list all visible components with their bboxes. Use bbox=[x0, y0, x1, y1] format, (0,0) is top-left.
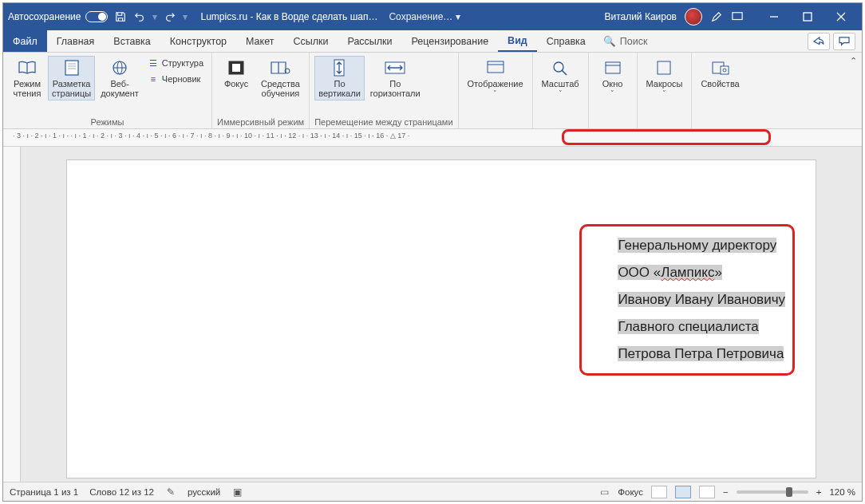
doc-line: Иванову Ивану Ивановичу bbox=[618, 292, 785, 307]
spellcheck-icon[interactable]: ✎ bbox=[165, 486, 176, 498]
group-macros: Макросы bbox=[638, 53, 693, 128]
group-immersive: Фокус Средства обучения Иммерсивный режи… bbox=[212, 53, 310, 128]
properties-icon bbox=[709, 58, 732, 77]
svg-rect-19 bbox=[606, 62, 620, 73]
page[interactable]: Генеральному директору ООО «Лампикс» Ива… bbox=[66, 159, 816, 478]
ribbon-tabs: Файл Главная Вставка Конструктор Макет С… bbox=[3, 30, 862, 53]
tab-review[interactable]: Рецензирование bbox=[402, 30, 499, 52]
doc-line: Генеральному директору bbox=[618, 238, 776, 253]
username[interactable]: Виталий Каиров bbox=[604, 11, 677, 22]
group-views: Режим чтения Разметка страницы Веб- доку… bbox=[3, 53, 212, 128]
learning-tools-button[interactable]: Средства обучения bbox=[257, 56, 304, 100]
group-page-movement: По вертикали По горизонтали Перемещение … bbox=[310, 53, 458, 128]
zoom-button[interactable]: Масштаб bbox=[538, 56, 583, 100]
vertical-ruler[interactable] bbox=[3, 147, 21, 482]
focus-mode-icon[interactable]: ▭ bbox=[598, 486, 610, 498]
saving-status: Сохранение… ▾ bbox=[389, 11, 460, 22]
toggle-switch[interactable] bbox=[85, 11, 108, 22]
view-print-icon[interactable] bbox=[675, 486, 691, 498]
redo-icon[interactable] bbox=[164, 10, 176, 23]
view-read-icon[interactable] bbox=[651, 486, 667, 498]
draft-icon: ≡ bbox=[148, 73, 159, 85]
svg-rect-23 bbox=[721, 66, 729, 74]
view-web-icon[interactable] bbox=[699, 486, 715, 498]
horizontal-ruler[interactable]: · 3 · ı · 2 · ı · 1 · ı · · ı · 1 · ı · … bbox=[3, 129, 862, 147]
maximize-button[interactable] bbox=[792, 6, 824, 28]
zoom-out-button[interactable]: − bbox=[723, 487, 729, 497]
window-button[interactable]: Окно bbox=[594, 56, 632, 100]
group-label-views: Режимы bbox=[8, 116, 207, 127]
magnifier-icon bbox=[549, 58, 571, 77]
tab-insert[interactable]: Вставка bbox=[104, 30, 160, 52]
macros-icon bbox=[653, 58, 675, 77]
autosave-toggle[interactable]: Автосохранение bbox=[8, 11, 108, 22]
close-button[interactable] bbox=[825, 6, 857, 28]
macros-button[interactable]: Макросы bbox=[642, 56, 687, 100]
print-layout-button[interactable]: Разметка страницы bbox=[48, 56, 95, 100]
collapse-ribbon-icon[interactable]: ⌃ bbox=[850, 56, 857, 66]
svg-rect-3 bbox=[65, 61, 78, 75]
draft-button[interactable]: ≡Черновик bbox=[144, 72, 207, 86]
macro-record-icon[interactable]: ▣ bbox=[231, 486, 243, 498]
book-icon bbox=[16, 58, 38, 77]
document-header-block[interactable]: Генеральному директору ООО «Лампикс» Ива… bbox=[618, 232, 785, 368]
autosave-label: Автосохранение bbox=[8, 11, 81, 22]
tab-design[interactable]: Конструктор bbox=[160, 30, 236, 52]
globe-icon bbox=[109, 58, 131, 77]
group-properties: Свойства bbox=[692, 53, 748, 128]
horizontal-button[interactable]: По горизонтали bbox=[366, 56, 425, 100]
vertical-icon bbox=[328, 58, 350, 77]
svg-rect-2 bbox=[804, 13, 812, 21]
ribbon: Режим чтения Разметка страницы Веб- доку… bbox=[3, 53, 862, 129]
tab-help[interactable]: Справка bbox=[537, 30, 595, 52]
group-label-pagemove: Перемещение между страницами bbox=[314, 116, 452, 127]
tab-layout[interactable]: Макет bbox=[236, 30, 283, 52]
tab-file[interactable]: Файл bbox=[3, 30, 47, 52]
doc-line: Главного специалиста bbox=[618, 319, 758, 334]
minimize-button[interactable] bbox=[758, 6, 790, 28]
workspace: Генеральному директору ООО «Лампикс» Ива… bbox=[3, 147, 862, 482]
zoom-in-button[interactable]: + bbox=[816, 487, 822, 497]
comments-button[interactable] bbox=[833, 33, 855, 50]
word-count[interactable]: Слово 12 из 12 bbox=[89, 487, 154, 497]
read-mode-button[interactable]: Режим чтения bbox=[8, 56, 46, 100]
app-window: Автосохранение ▾ ▾ Lumpics.ru - Как в Во… bbox=[2, 2, 863, 502]
svg-line-18 bbox=[562, 70, 567, 75]
focus-label[interactable]: Фокус bbox=[618, 487, 643, 497]
statusbar: Страница 1 из 1 Слово 12 из 12 ✎ русский… bbox=[3, 482, 862, 501]
group-label-immersive: Иммерсивный режим bbox=[217, 116, 304, 127]
zoom-slider[interactable] bbox=[737, 490, 808, 494]
tab-mailings[interactable]: Рассылки bbox=[338, 30, 401, 52]
tab-references[interactable]: Ссылки bbox=[283, 30, 338, 52]
language-indicator[interactable]: русский bbox=[188, 487, 220, 497]
tab-view[interactable]: Вид bbox=[498, 30, 537, 52]
tab-home[interactable]: Главная bbox=[47, 30, 105, 52]
share-button[interactable] bbox=[808, 33, 830, 50]
pen-icon[interactable] bbox=[710, 10, 723, 23]
page-indicator[interactable]: Страница 1 из 1 bbox=[10, 487, 78, 497]
web-layout-button[interactable]: Веб- документ bbox=[97, 56, 143, 100]
properties-button[interactable]: Свойства bbox=[697, 56, 743, 91]
ribbon-display-icon[interactable] bbox=[731, 10, 744, 23]
titlebar: Автосохранение ▾ ▾ Lumpics.ru - Как в Во… bbox=[3, 3, 862, 30]
save-icon[interactable] bbox=[114, 10, 127, 23]
avatar[interactable] bbox=[685, 8, 702, 26]
focus-button[interactable]: Фокус bbox=[217, 56, 255, 91]
horizontal-icon bbox=[384, 58, 406, 77]
svg-rect-0 bbox=[733, 13, 742, 20]
vertical-button[interactable]: По вертикали bbox=[314, 56, 365, 100]
page-scroll[interactable]: Генеральному директору ООО «Лампикс» Ива… bbox=[21, 147, 862, 482]
search-icon: 🔍 bbox=[603, 35, 616, 47]
page-icon bbox=[61, 58, 83, 77]
show-button[interactable]: Отображение bbox=[464, 56, 527, 100]
svg-rect-21 bbox=[658, 61, 670, 74]
document-title: Lumpics.ru - Как в Ворде сделать шап… bbox=[200, 11, 377, 22]
outline-icon: ☰ bbox=[148, 57, 159, 69]
outline-button[interactable]: ☰Структура bbox=[144, 56, 207, 70]
group-zoom: Масштаб bbox=[533, 53, 589, 128]
undo-icon[interactable] bbox=[133, 10, 146, 23]
zoom-level[interactable]: 120 % bbox=[829, 487, 855, 497]
book-audio-icon bbox=[269, 58, 291, 77]
svg-rect-11 bbox=[232, 64, 240, 72]
tell-me-search[interactable]: 🔍 Поиск bbox=[595, 30, 656, 52]
